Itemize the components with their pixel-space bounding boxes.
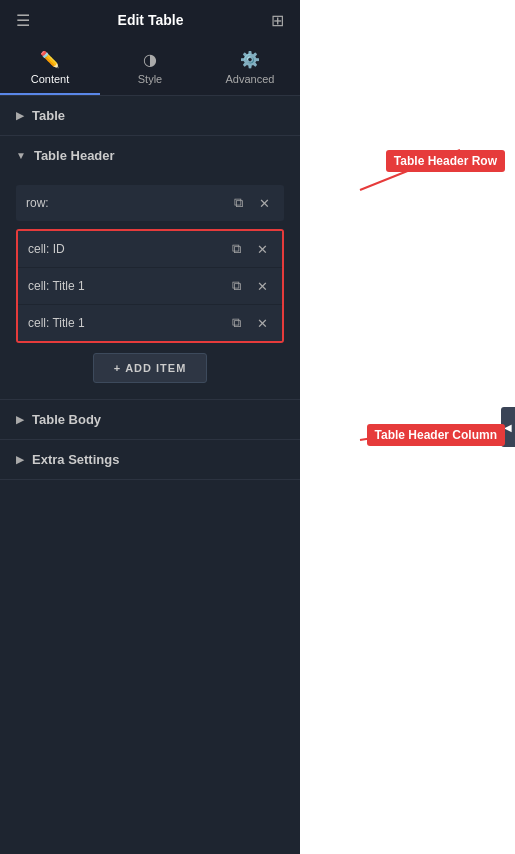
- cell-item-0: cell: ID ⧉ ✕: [18, 231, 282, 268]
- cell-item-1-label: cell: Title 1: [28, 279, 220, 293]
- cell-1-delete-button[interactable]: ✕: [253, 277, 272, 296]
- advanced-tab-label: Advanced: [226, 73, 275, 85]
- annotation-header-column: Table Header Column: [367, 424, 505, 446]
- tabs-bar: ✏️ Content ◑ Style ⚙️ Advanced: [0, 40, 300, 96]
- chevron-table-icon: ▶: [16, 110, 24, 121]
- hamburger-icon[interactable]: ☰: [16, 11, 30, 30]
- cell-item-2: cell: Title 1 ⧉ ✕: [18, 305, 282, 341]
- add-item-button[interactable]: + ADD ITEM: [93, 353, 208, 383]
- panel-title: Edit Table: [30, 12, 271, 28]
- chevron-extra-settings-icon: ▶: [16, 454, 24, 465]
- cells-container: cell: ID ⧉ ✕ cell: Title 1 ⧉ ✕ cell: Tit…: [16, 229, 284, 343]
- style-tab-label: Style: [138, 73, 162, 85]
- cell-0-delete-button[interactable]: ✕: [253, 240, 272, 259]
- cell-2-copy-button[interactable]: ⧉: [228, 313, 245, 333]
- add-item-plus-icon: +: [114, 362, 121, 374]
- cell-2-delete-button[interactable]: ✕: [253, 314, 272, 333]
- panel-content: ▶ Table ▼ Table Header row: ⧉ ✕ c: [0, 96, 300, 854]
- section-table-header-label: Table Header: [34, 148, 115, 163]
- section-table-header-section: ▼ Table Header row: ⧉ ✕ cell: ID ⧉ ✕: [0, 136, 300, 400]
- content-tab-label: Content: [31, 73, 70, 85]
- row-copy-button[interactable]: ⧉: [230, 193, 247, 213]
- annotation-header-row: Table Header Row: [386, 150, 505, 172]
- section-extra-settings-label: Extra Settings: [32, 452, 119, 467]
- grid-icon[interactable]: ⊞: [271, 11, 284, 30]
- cell-0-copy-button[interactable]: ⧉: [228, 239, 245, 259]
- cell-item-0-label: cell: ID: [28, 242, 220, 256]
- table-header-body: row: ⧉ ✕ cell: ID ⧉ ✕ cell: Title 1 ⧉ ✕: [0, 175, 300, 399]
- chevron-table-body-icon: ▶: [16, 414, 24, 425]
- section-table-header-toggle[interactable]: ▼ Table Header: [0, 136, 300, 175]
- row-item: row: ⧉ ✕: [16, 185, 284, 221]
- section-extra-settings-header[interactable]: ▶ Extra Settings: [0, 440, 300, 479]
- section-extra-settings: ▶ Extra Settings: [0, 440, 300, 480]
- style-tab-icon: ◑: [143, 50, 157, 69]
- add-item-label: ADD ITEM: [125, 362, 186, 374]
- row-item-label: row:: [26, 196, 222, 210]
- cell-item-1: cell: Title 1 ⧉ ✕: [18, 268, 282, 305]
- row-delete-button[interactable]: ✕: [255, 194, 274, 213]
- tab-content[interactable]: ✏️ Content: [0, 40, 100, 95]
- advanced-tab-icon: ⚙️: [240, 50, 260, 69]
- section-table-body-label: Table Body: [32, 412, 101, 427]
- panel-header: ☰ Edit Table ⊞: [0, 0, 300, 40]
- section-table-body: ▶ Table Body: [0, 400, 300, 440]
- right-panel: ◀ Table Header Row Table Header Column: [300, 0, 515, 854]
- section-table: ▶ Table: [0, 96, 300, 136]
- cell-item-2-label: cell: Title 1: [28, 316, 220, 330]
- left-panel: ☰ Edit Table ⊞ ✏️ Content ◑ Style ⚙️ Adv…: [0, 0, 300, 854]
- section-table-body-header[interactable]: ▶ Table Body: [0, 400, 300, 439]
- tab-style[interactable]: ◑ Style: [100, 40, 200, 95]
- cell-1-copy-button[interactable]: ⧉: [228, 276, 245, 296]
- chevron-table-header-icon: ▼: [16, 150, 26, 161]
- section-table-header[interactable]: ▶ Table: [0, 96, 300, 135]
- tab-advanced[interactable]: ⚙️ Advanced: [200, 40, 300, 95]
- content-tab-icon: ✏️: [40, 50, 60, 69]
- section-table-label: Table: [32, 108, 65, 123]
